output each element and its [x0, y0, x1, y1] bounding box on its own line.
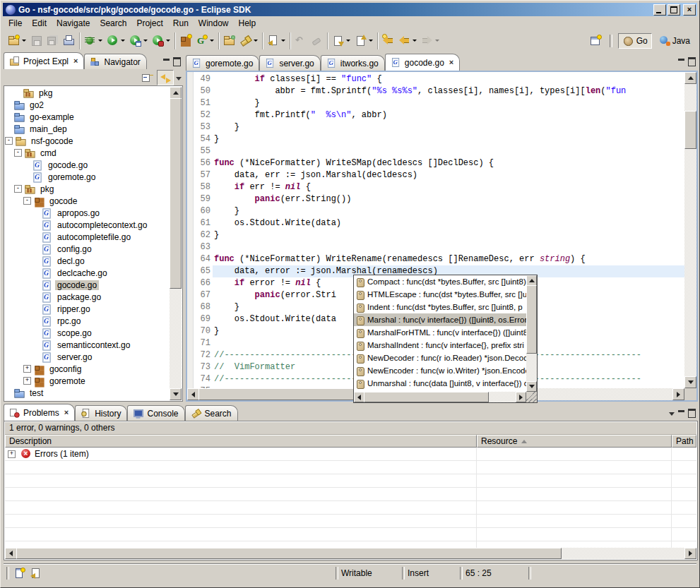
tree-item-main-dep[interactable]: main_dep — [5, 123, 170, 135]
expand-expander-icon[interactable]: + — [23, 377, 31, 385]
scroll-right-button[interactable] — [516, 392, 526, 402]
column-header-path[interactable]: Path — [672, 435, 696, 448]
tree-item-declcache-go[interactable]: declcache.go — [5, 267, 170, 279]
collapse-all-button[interactable] — [139, 71, 155, 85]
code-line-59[interactable]: 59 panic(err.String()) — [187, 193, 684, 205]
autocomplete-item-marshalindent[interactable]: MarshalIndent : func(v interface{}, pref… — [354, 339, 526, 352]
problems-tab-history[interactable]: History — [75, 405, 127, 421]
explorer-tab-navigator[interactable]: Navigator — [84, 54, 146, 69]
perspective-go-button[interactable]: Go — [618, 33, 652, 49]
minimize-button[interactable] — [653, 4, 666, 16]
menu-file[interactable]: File — [4, 18, 27, 29]
dropdown-arrow-icon[interactable] — [281, 40, 285, 42]
problems-tab-problems[interactable]: Problems× — [4, 404, 75, 421]
explorer-tab-project-expl[interactable]: Project Expl× — [4, 52, 84, 69]
autocomplete-item-htmlescape[interactable]: HTMLEscape : func(dst *bytes.Buffer, src… — [354, 288, 526, 301]
forward-button[interactable] — [420, 33, 441, 49]
minimize-editor-icon[interactable] — [678, 59, 684, 67]
tree-item-rpc-go[interactable]: rpc.go — [5, 315, 170, 327]
popup-vertical-scrollbar[interactable] — [526, 275, 537, 392]
autocomplete-item-newdecoder[interactable]: NewDecoder : func(r io.Reader) *json.Dec… — [354, 352, 526, 364]
expand-expander-icon[interactable]: + — [23, 365, 31, 373]
menu-search[interactable]: Search — [95, 18, 131, 29]
tree-item-config-go[interactable]: config.go — [5, 243, 170, 255]
tree-item-nsf-gocode[interactable]: -nsf-gocode — [5, 135, 170, 147]
close-tab-icon[interactable]: × — [449, 59, 453, 66]
scrollbar-thumb[interactable] — [16, 548, 562, 559]
run-history-button[interactable] — [128, 33, 149, 49]
dropdown-arrow-icon[interactable] — [210, 40, 214, 42]
scroll-up-button[interactable] — [170, 87, 182, 99]
tree-item-cmd[interactable]: -cmd — [5, 147, 170, 159]
back-to-last-edit-button[interactable] — [381, 33, 396, 49]
tree-item-semanticcontext-go[interactable]: semanticcontext.go — [5, 339, 170, 351]
code-line-50[interactable]: 50 abbr = fmt.Sprintf("%s %s%s", classes… — [187, 85, 684, 97]
format-button[interactable] — [309, 33, 324, 49]
tree-item-goremote[interactable]: +goremote — [5, 375, 170, 387]
fast-view-button[interactable] — [12, 566, 28, 580]
menu-window[interactable]: Window — [194, 18, 234, 29]
link-with-editor-button[interactable] — [157, 70, 174, 85]
autocomplete-item-marshalforhtml[interactable]: MarshalForHTML : func(v interface{}) ([]… — [354, 326, 526, 339]
maximize-view-icon[interactable] — [173, 57, 181, 66]
tree-item-pkg[interactable]: pkg — [5, 87, 170, 99]
dropdown-arrow-icon[interactable] — [254, 40, 258, 42]
autocomplete-item-newencoder[interactable]: NewEncoder : func(w io.Writer) *json.Enc… — [354, 364, 526, 377]
column-header-description[interactable]: Description — [5, 435, 477, 448]
perspective-java-button[interactable]: Java — [655, 34, 694, 48]
menu-run[interactable]: Run — [168, 18, 194, 29]
autocomplete-item-unmarshal[interactable]: Unmarshal : func(data []uint8, v interfa… — [354, 377, 526, 390]
menu-project[interactable]: Project — [131, 18, 167, 29]
tree-item-apropos-go[interactable]: apropos.go — [5, 207, 170, 219]
scroll-down-button[interactable] — [170, 388, 182, 400]
undo-button[interactable] — [293, 33, 308, 49]
code-line-55[interactable]: 55 — [187, 145, 684, 157]
tree-scrollbar[interactable] — [170, 87, 182, 400]
view-menu-icon[interactable] — [176, 77, 182, 80]
mark-occurrences-button[interactable] — [28, 566, 43, 580]
scroll-up-button[interactable] — [526, 275, 537, 286]
editor-vertical-scrollbar[interactable] — [684, 72, 696, 388]
scroll-right-button[interactable] — [684, 548, 696, 559]
save-all-button[interactable] — [45, 33, 60, 49]
view-menu-icon[interactable] — [669, 412, 675, 416]
previous-annotation-button[interactable] — [353, 33, 374, 49]
debug-button[interactable] — [83, 33, 104, 49]
code-line-52[interactable]: 52 fmt.Printf(" %s\n", abbr) — [187, 109, 684, 121]
tree-item-goremote-go[interactable]: goremote.go — [5, 171, 170, 183]
scrollbar-thumb[interactable] — [526, 285, 537, 354]
editor-tab-goremote-go[interactable]: goremote.go — [186, 55, 259, 71]
new-go-type-button[interactable] — [194, 33, 215, 49]
dropdown-arrow-icon[interactable] — [22, 40, 26, 42]
tree-item-server-go[interactable]: server.go — [5, 351, 170, 363]
scroll-up-button[interactable] — [684, 72, 696, 84]
code-line-60[interactable]: 60 } — [187, 205, 684, 217]
menu-navigate[interactable]: Navigate — [52, 18, 95, 29]
expand-expander-icon[interactable]: + — [8, 450, 16, 458]
print-button[interactable] — [61, 33, 76, 49]
tree-item-pkg[interactable]: -pkg — [5, 183, 170, 195]
problems-tab-console[interactable]: Console — [127, 405, 184, 421]
new-go-package-button[interactable] — [178, 33, 193, 49]
problems-row-errors-1-item[interactable]: +Errors (1 item) — [5, 448, 696, 461]
run-button[interactable] — [105, 33, 126, 49]
code-line-51[interactable]: 51 } — [187, 97, 684, 109]
close-button[interactable]: × — [683, 4, 696, 16]
dropdown-arrow-icon[interactable] — [413, 40, 417, 42]
back-button[interactable] — [397, 33, 418, 49]
dropdown-arrow-icon[interactable] — [98, 40, 102, 42]
dropdown-arrow-icon[interactable] — [121, 40, 125, 42]
code-line-53[interactable]: 53 } — [187, 121, 684, 133]
collapse-expander-icon[interactable]: - — [14, 149, 22, 157]
new-wizard-button[interactable] — [6, 33, 28, 49]
dropdown-arrow-icon[interactable] — [435, 40, 439, 42]
tree-item-go2[interactable]: go2 — [5, 99, 170, 111]
code-line-57[interactable]: 57 data, err := json.Marshal(decldescs) — [187, 169, 684, 181]
tree-item-decl-go[interactable]: decl.go — [5, 255, 170, 267]
collapse-expander-icon[interactable]: - — [23, 197, 31, 205]
tree-item-gocode-go[interactable]: gocode.go — [5, 279, 170, 291]
code-line-56[interactable]: 56func (*NiceFormatter) WriteSMap(declde… — [187, 157, 684, 169]
dropdown-arrow-icon[interactable] — [143, 40, 148, 42]
tree-item-test[interactable]: test — [5, 387, 170, 399]
close-tab-icon[interactable]: × — [73, 57, 78, 65]
